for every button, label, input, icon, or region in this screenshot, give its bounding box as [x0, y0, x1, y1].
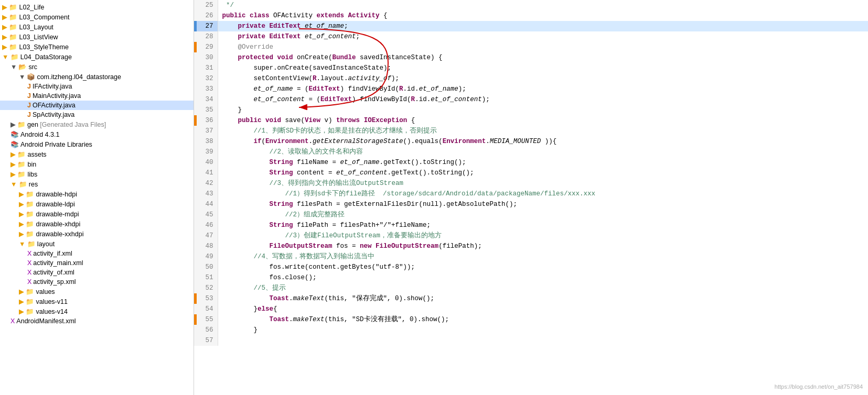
line-number-32: 32	[197, 73, 218, 84]
sidebar-item-ifactivity[interactable]: JIFActivity.java	[0, 82, 194, 91]
code-content-29[interactable]: @Override	[218, 42, 868, 52]
sidebar-item-gen[interactable]: ▶📁gen [Generated Java Files]	[0, 119, 194, 129]
sidebar-item-layout[interactable]: ▼ 📁layout	[0, 239, 194, 249]
line-number-33: 33	[197, 84, 218, 94]
sidebar-item-drawable-xxhdpi[interactable]: ▶ 📁drawable-xxhdpi	[0, 229, 194, 239]
line-number-27: 27	[197, 21, 218, 31]
sidebar-item-res[interactable]: ▼ 📁res	[0, 179, 194, 189]
sidebar-item-values-v14[interactable]: ▶ 📁values-v14	[0, 306, 194, 316]
code-content-30[interactable]: protected void onCreate(Bundle savedInst…	[218, 52, 868, 63]
code-content-46[interactable]: String filePath = filesPath+"/"+fileName…	[218, 220, 868, 231]
line-number-31: 31	[197, 63, 218, 73]
code-content-35[interactable]: }	[218, 105, 868, 115]
file-tree-sidebar[interactable]: ▶ 📁L02_Life▶ 📁L03_Compoment▶ 📁L03_Layout…	[0, 0, 194, 395]
code-content-41[interactable]: String content = et_of_content.getText()…	[218, 168, 868, 178]
code-content-39[interactable]: //2、读取输入的文件名和内容	[218, 147, 868, 157]
sidebar-item-l03-styletheme[interactable]: ▶ 📁L03_StyleTheme	[0, 42, 194, 52]
line-number-37: 37	[197, 126, 218, 136]
code-content-34[interactable]: et_of_content = (EditText) findViewById(…	[218, 94, 868, 105]
code-line-44: 44 String filesPath = getExternalFilesDi…	[194, 199, 868, 210]
code-content-52[interactable]: //5、提示	[218, 283, 868, 293]
sidebar-item-l02-life[interactable]: ▶ 📁L02_Life	[0, 2, 194, 12]
code-content-25[interactable]: */	[218, 0, 868, 10]
bin-icon: ▶ 📁	[10, 160, 27, 168]
sidebar-item-ofactivity[interactable]: JOFActivity.java	[0, 101, 194, 110]
code-content-43[interactable]: //1）得到sd卡下的file路径 /storage/sdcard/Androi…	[218, 189, 868, 199]
sidebar-item-l03-component[interactable]: ▶ 📁L03_Compoment	[0, 12, 194, 22]
code-content-51[interactable]: fos.close();	[218, 272, 868, 283]
sidebar-item-activity-main-xml[interactable]: Xactivity_main.xml	[0, 258, 194, 268]
line-number-41: 41	[197, 168, 218, 178]
activity-main-xml-label: activity_main.xml	[33, 259, 83, 267]
code-content-32[interactable]: setContentView(R.layout.activity_of);	[218, 73, 868, 84]
line-number-57: 57	[197, 335, 218, 346]
l03-component-icon: ▶ 📁	[2, 13, 19, 21]
code-content-54[interactable]: }else{	[218, 304, 868, 314]
code-content-50[interactable]: fos.write(content.getBytes("utf-8"));	[218, 262, 868, 272]
code-content-27[interactable]: private EditText et_of_name;	[218, 21, 868, 31]
code-content-55[interactable]: Toast.makeText(this, "SD卡没有挂载", 0).show(…	[218, 314, 868, 325]
code-line-33: 33 et_of_name = (EditText) findViewById(…	[194, 84, 868, 94]
code-content-48[interactable]: FileOutputStream fos = new FileOutputStr…	[218, 241, 868, 251]
sidebar-item-values-v11[interactable]: ▶ 📁values-v11	[0, 297, 194, 306]
code-content-53[interactable]: Toast.makeText(this, "保存完成", 0).show();	[218, 293, 868, 304]
sidebar-item-src[interactable]: ▼📂src	[0, 62, 194, 72]
androidmanifest-label: AndroidManifest.xml	[16, 317, 76, 325]
l03-layout-label: L03_Layout	[19, 24, 53, 31]
code-content-49[interactable]: //4、写数据，将数据写入到输出流当中	[218, 251, 868, 262]
code-line-52: 52 //5、提示	[194, 283, 868, 293]
code-content-28[interactable]: private EditText et_of_content;	[218, 31, 868, 42]
code-line-51: 51 fos.close();	[194, 272, 868, 283]
sidebar-item-l04-datastorage[interactable]: ▼ 📁L04_DataStorage	[0, 52, 194, 62]
src-icon: ▼📂	[10, 63, 28, 71]
code-content-37[interactable]: //1、判断SD卡的状态，如果是挂在的状态才继续，否则提示	[218, 126, 868, 136]
code-content-40[interactable]: String fileName = et_of_name.getText().t…	[218, 157, 868, 168]
code-content-45[interactable]: //2）组成完整路径	[218, 210, 868, 220]
sidebar-item-values[interactable]: ▶ 📁values	[0, 287, 194, 297]
code-content-36[interactable]: public void save(View v) throws IOExcept…	[218, 115, 868, 126]
sidebar-item-drawable-xhdpi[interactable]: ▶ 📁drawable-xhdpi	[0, 219, 194, 229]
mainactivity-label: MainActivity.java	[33, 92, 81, 100]
sidebar-item-com-package[interactable]: ▼📦com.itzheng.l04_datastorage	[0, 72, 194, 82]
spactivity-label: SpActivity.java	[33, 111, 74, 118]
code-line-46: 46 String filePath = filesPath+"/"+fileN…	[194, 220, 868, 231]
code-line-50: 50 fos.write(content.getBytes("utf-8"));	[194, 262, 868, 272]
code-content-42[interactable]: //3、得到指向文件的输出流OutputStream	[218, 178, 868, 189]
sidebar-item-activity-sp-xml[interactable]: Xactivity_sp.xml	[0, 277, 194, 287]
code-content-44[interactable]: String filesPath = getExternalFilesDir(n…	[218, 199, 868, 210]
mainactivity-icon: J	[27, 92, 33, 100]
code-content-47[interactable]: //3）创建FileOutputStream，准备要输出的地方	[218, 231, 868, 241]
code-line-40: 40 String fileName = et_of_name.getText(…	[194, 157, 868, 168]
bin-label: bin	[27, 161, 36, 168]
l02-life-icon: ▶ 📁	[2, 3, 19, 11]
l02-life-label: L02_Life	[19, 4, 44, 11]
code-line-26: 26public class OFActivity extends Activi…	[194, 10, 868, 21]
code-content-26[interactable]: public class OFActivity extends Activity…	[218, 10, 868, 21]
sidebar-item-bin[interactable]: ▶ 📁bin	[0, 159, 194, 169]
layout-label: layout	[37, 240, 55, 248]
code-content-31[interactable]: super.onCreate(savedInstanceState);	[218, 63, 868, 73]
sidebar-item-drawable-ldpi[interactable]: ▶ 📁drawable-ldpi	[0, 199, 194, 209]
sidebar-item-activity-of-xml[interactable]: Xactivity_of.xml	[0, 268, 194, 277]
sidebar-item-libs[interactable]: ▶ 📁libs	[0, 169, 194, 179]
sidebar-item-mainactivity[interactable]: JMainActivity.java	[0, 91, 194, 101]
res-icon: ▼ 📁	[10, 180, 29, 188]
res-label: res	[29, 181, 38, 188]
sidebar-item-android431[interactable]: 📚Android 4.3.1	[0, 129, 194, 139]
sidebar-item-activity-if-xml[interactable]: Xactivity_if.xml	[0, 249, 194, 258]
android-private-icon: 📚	[10, 140, 20, 148]
code-content-38[interactable]: if(Environment.getExternalStorageState()…	[218, 136, 868, 147]
sidebar-item-android-private[interactable]: 📚Android Private Libraries	[0, 139, 194, 149]
sidebar-item-androidmanifest[interactable]: XAndroidManifest.xml	[0, 316, 194, 326]
sidebar-item-l03-listview[interactable]: ▶ 📁L03_ListView	[0, 32, 194, 42]
l03-component-label: L03_Compoment	[19, 14, 69, 21]
code-content-56[interactable]: }	[218, 325, 868, 335]
sidebar-item-l03-layout[interactable]: ▶ 📁L03_Layout	[0, 22, 194, 32]
sidebar-item-assets[interactable]: ▶ 📁assets	[0, 149, 194, 159]
sidebar-item-drawable-hdpi[interactable]: ▶ 📁drawable-hdpi	[0, 189, 194, 199]
sidebar-item-drawable-mdpi[interactable]: ▶ 📁drawable-mdpi	[0, 209, 194, 219]
sidebar-item-spactivity[interactable]: JSpActivity.java	[0, 110, 194, 119]
code-content-57[interactable]	[218, 335, 868, 346]
code-content-33[interactable]: et_of_name = (EditText) findViewById(R.i…	[218, 84, 868, 94]
code-line-49: 49 //4、写数据，将数据写入到输出流当中	[194, 251, 868, 262]
